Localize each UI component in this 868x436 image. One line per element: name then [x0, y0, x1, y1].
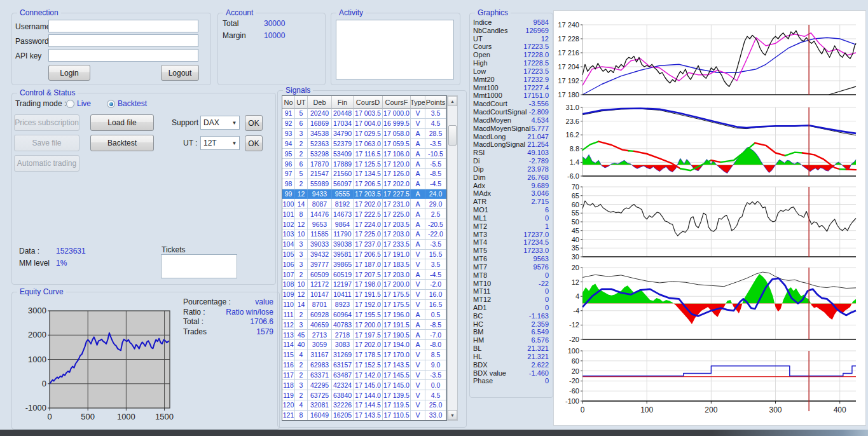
- table-row[interactable]: 1204320813222617 144.517 119.5V25.0: [282, 400, 446, 411]
- tickets-input[interactable]: [161, 254, 237, 278]
- signals-table[interactable]: NoUTDebFinCoursDCoursFTypePoints91520240…: [282, 95, 447, 421]
- table-cell: 11790: [332, 229, 354, 240]
- indicator-row: HL21.321: [473, 353, 549, 361]
- table-row[interactable]: 10912101471041117 191.517 175.5V16.0: [282, 290, 446, 300]
- table-row[interactable]: 942523635237917 063.017 059.5A-3.5: [282, 139, 446, 149]
- table-row[interactable]: 1162629836315717 152.517 143.5V9.0: [282, 360, 446, 371]
- indicator-label: MT5: [473, 247, 487, 255]
- username-input[interactable]: [48, 20, 198, 32]
- ut-ok-button[interactable]: OK: [245, 135, 263, 151]
- indicator-value: 21.321: [527, 353, 549, 361]
- ut-combobox[interactable]: 12T ▼: [200, 136, 240, 150]
- table-row[interactable]: 915202402044817 003.517 000.0V3.5: [282, 109, 446, 119]
- live-radio-label[interactable]: Live: [77, 99, 91, 108]
- table-row[interactable]: 982559895609717 206.517 202.0A-4.5: [282, 179, 446, 189]
- data-value: 1523631: [56, 247, 86, 255]
- svg-text:-1000: -1000: [25, 403, 46, 412]
- control-status-title: Control & Status: [17, 88, 78, 97]
- support-ok-button[interactable]: OK: [245, 115, 263, 131]
- table-cell: 17 106.0: [383, 149, 411, 159]
- table-row[interactable]: 1218160491620517 143.517 110.5V33.0: [282, 411, 446, 421]
- table-row[interactable]: 1063397773986517 187.017 183.5V3.5: [282, 259, 446, 269]
- svg-text:-12: -12: [569, 321, 579, 329]
- backtest-radio-label[interactable]: Backtest: [118, 99, 147, 108]
- indicator-value: 17223.5: [523, 67, 549, 76]
- table-cell: A: [411, 169, 425, 179]
- automatic-trading-button[interactable]: Automatic trading: [14, 155, 79, 172]
- table-row[interactable]: 1123406594078317 200.017 191.5A-8.5: [282, 320, 446, 330]
- table-row[interactable]: 99129433955517 203.517 227.5A24.0: [282, 189, 446, 200]
- table-row[interactable]: 926168691703417 004.016 999.5V4.5: [282, 119, 446, 129]
- table-cell: 17 206.5: [354, 250, 383, 260]
- table-cell: 17 194.0: [383, 340, 411, 350]
- table-cell: 3.5: [425, 259, 446, 269]
- table-cell: 17870: [308, 159, 332, 169]
- indicator-label: MT11: [473, 287, 490, 296]
- scroll-down-icon[interactable]: ▼: [448, 410, 457, 420]
- indicator-row: ATR2.715: [473, 198, 549, 206]
- table-row[interactable]: 966178701788917 125.517 120.0A-5.5: [282, 159, 446, 169]
- table-row[interactable]: 100148087819217 202.017 231.0A29.0: [282, 199, 446, 209]
- backtest-radio[interactable]: [107, 100, 115, 108]
- login-button[interactable]: Login: [48, 65, 90, 81]
- indicator-value: 0: [545, 271, 549, 280]
- table-row[interactable]: 1018144761467317 222.517 225.0A2.5: [282, 209, 446, 219]
- backtest-button[interactable]: Backtest: [90, 135, 154, 151]
- live-radio[interactable]: [66, 100, 74, 108]
- equity-stat-row: Pourcentage :value: [183, 297, 273, 306]
- support-combobox[interactable]: DAX ▼: [200, 116, 240, 130]
- table-row[interactable]: 113452713271817 197.517 190.5A-7.0: [282, 330, 446, 340]
- logout-button[interactable]: Logout: [161, 65, 199, 81]
- indicator-value: 6: [545, 206, 549, 214]
- indicator-value: 49.103: [527, 149, 549, 157]
- activity-log[interactable]: [336, 20, 454, 79]
- api-key-input[interactable]: [48, 49, 198, 62]
- table-row[interactable]: 1154311673126917 178.517 170.0V8.5: [282, 350, 446, 360]
- table-row[interactable]: 1172633716348717 142.017 145.5V-3.5: [282, 371, 446, 381]
- table-cell: 14476: [308, 209, 332, 219]
- table-row[interactable]: 1053394323958117 206.517 191.0V15.5: [282, 250, 446, 260]
- table-cell: 32226: [332, 400, 354, 411]
- indicator-label: MAdx: [473, 189, 491, 198]
- table-row[interactable]: 10810121721219717 198.017 200.0V-2.0: [282, 280, 446, 290]
- table-row[interactable]: 114403059308317 202.017 194.0A-8.0: [282, 340, 446, 350]
- table-row[interactable]: 975215472156017 134.517 126.0A-8.5: [282, 169, 446, 179]
- table-cell: 12: [295, 189, 308, 200]
- table-row[interactable]: 952532985340917 116.517 106.0A-10.5: [282, 149, 446, 159]
- indicator-label: High: [473, 59, 488, 67]
- table-row[interactable]: 1043390333903817 237.017 233.5A-3.5: [282, 240, 446, 250]
- table-cell: 12172: [308, 280, 332, 290]
- load-file-button[interactable]: Load file: [90, 114, 154, 131]
- table-row[interactable]: 1192637256384017 144.017 139.5V4.5: [282, 390, 446, 400]
- table-row[interactable]: 10310115851179017 225.017 203.0A-22.0: [282, 229, 446, 240]
- signals-scrollbar[interactable]: ▲ ▼: [447, 95, 458, 421]
- scrollbar-thumb[interactable]: [448, 125, 457, 146]
- svg-text:1.4: 1.4: [570, 158, 579, 166]
- table-row[interactable]: 1112609286096417 195.517 196.0A0.5: [282, 310, 446, 320]
- table-cell: 112: [282, 320, 295, 330]
- table-cell: A: [411, 269, 425, 280]
- table-cell: V: [411, 259, 425, 269]
- table-cell: 20240: [308, 109, 332, 119]
- chevron-down-icon[interactable]: ▼: [230, 140, 239, 146]
- chevron-down-icon[interactable]: ▼: [230, 120, 239, 126]
- stat-label: Ratio :: [183, 308, 205, 317]
- table-row[interactable]: 1183422954232417 145.017 145.0V0.0: [282, 380, 446, 390]
- table-row[interactable]: 1072605096051917 207.517 203.0A-4.5: [282, 269, 446, 280]
- table-row[interactable]: 110148701892317 192.017 175.5V16.5: [282, 300, 446, 310]
- indicator-row: HM6.576: [473, 336, 549, 344]
- table-cell: 17 222.5: [354, 209, 383, 219]
- indicator-value: 17232.9: [523, 76, 549, 84]
- save-file-button[interactable]: Save file: [14, 135, 79, 151]
- table-row[interactable]: 102129653986417 224.017 203.5A-20.5: [282, 219, 446, 229]
- table-cell: 12: [295, 219, 308, 229]
- password-input[interactable]: [48, 34, 198, 47]
- indicator-row: Cours17223.5: [473, 43, 549, 51]
- prices-subscription-button[interactable]: Prices subscription: [14, 114, 79, 131]
- username-label: Username: [15, 22, 50, 31]
- scroll-up-icon[interactable]: ▲: [448, 96, 457, 106]
- table-cell: 3059: [308, 340, 332, 350]
- table-row[interactable]: 933345383479017 029.517 058.0A28.5: [282, 129, 446, 139]
- indicator-label: NbCandles: [473, 27, 507, 35]
- indicator-label: HL: [473, 353, 482, 361]
